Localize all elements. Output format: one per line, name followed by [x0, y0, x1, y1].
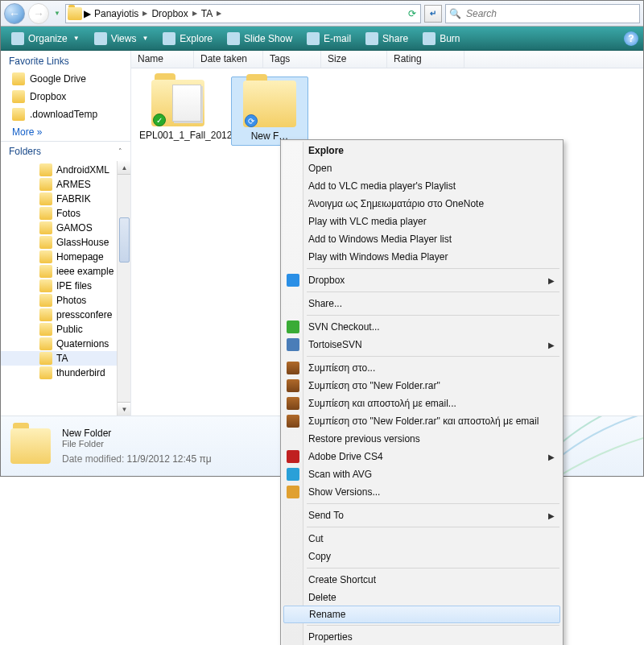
- email-button[interactable]: E-mail: [301, 30, 357, 48]
- shver-icon: [287, 486, 299, 498]
- context-menu-label: Copy: [308, 551, 331, 562]
- context-menu-item[interactable]: Properties: [283, 628, 561, 645]
- context-menu-label: Συμπίεση και αποστολή με email...: [308, 398, 456, 409]
- search-box[interactable]: 🔍: [445, 4, 640, 23]
- favorites-more[interactable]: More »: [1, 123, 130, 141]
- tree-item[interactable]: FABRIK: [1, 192, 130, 206]
- column-header: NameDate takenTagsSizeRating: [131, 51, 643, 68]
- context-menu-item[interactable]: Create Shortcut: [283, 571, 561, 589]
- context-menu-item[interactable]: Explore: [283, 142, 561, 159]
- tree-item[interactable]: pressconfere: [1, 308, 130, 322]
- nav-forward-button[interactable]: →: [28, 3, 49, 24]
- scroll-up-icon[interactable]: ▲: [118, 161, 130, 175]
- context-menu-item[interactable]: Adobe Drive CS4▶: [283, 448, 561, 465]
- context-menu: ExploreOpenAdd to VLC media player's Pla…: [280, 139, 564, 645]
- organize-button[interactable]: Organize▼: [6, 30, 85, 48]
- folder-icon: [39, 265, 52, 278]
- submenu-arrow-icon: ▶: [548, 453, 555, 461]
- column-header-cell[interactable]: Rating: [387, 51, 464, 68]
- context-menu-item[interactable]: Copy: [283, 548, 561, 565]
- context-menu-item[interactable]: Συμπίεση στο "New Folder.rar" και αποστο…: [283, 412, 561, 430]
- column-header-cell[interactable]: Tags: [263, 51, 321, 68]
- context-menu-item[interactable]: Συμπίεση στο...: [283, 359, 561, 377]
- folder-icon: [39, 236, 52, 249]
- scroll-down-icon[interactable]: ▼: [118, 402, 130, 416]
- context-menu-item[interactable]: Play with VLC media player: [283, 213, 561, 230]
- tree-item[interactable]: ieee example: [1, 264, 130, 279]
- folders-header[interactable]: Folders˄: [1, 141, 130, 161]
- tree-item[interactable]: AndroidXML: [1, 163, 130, 177]
- nav-back-button[interactable]: ←: [4, 3, 25, 24]
- column-header-cell[interactable]: Size: [321, 51, 387, 68]
- context-menu-label: Explore: [308, 145, 344, 156]
- refresh-icon[interactable]: ⟳: [406, 8, 419, 19]
- context-menu-label: Rename: [309, 609, 345, 620]
- tree-item[interactable]: thunderbird: [1, 366, 130, 380]
- rar-icon: [287, 379, 299, 392]
- search-input[interactable]: [464, 7, 636, 20]
- tree-item[interactable]: Public: [1, 322, 130, 337]
- context-menu-separator: [307, 315, 559, 316]
- tree-item[interactable]: Homepage: [1, 250, 130, 264]
- tree-item[interactable]: Photos: [1, 293, 130, 308]
- context-menu-item[interactable]: Add to Windows Media Player list: [283, 230, 561, 248]
- context-menu-item[interactable]: Άνοιγμα ως Σημειωματάριο στο OneNote: [283, 195, 561, 213]
- email-icon: [307, 32, 320, 45]
- breadcrumb[interactable]: ▶ Panayiotis▶Dropbox▶TA▶ ⟳: [65, 4, 421, 23]
- context-menu-item[interactable]: Dropbox▶: [283, 271, 561, 289]
- tree-scrollbar[interactable]: ▲ ▼: [117, 161, 130, 416]
- folder-icon: [39, 221, 52, 234]
- favorite-link[interactable]: .downloadTemp: [1, 105, 130, 123]
- tree-item[interactable]: GAMOS: [1, 221, 130, 235]
- tree-item[interactable]: IPE files: [1, 279, 130, 293]
- context-menu-item[interactable]: TortoiseSVN▶: [283, 336, 561, 354]
- burn-icon: [423, 32, 436, 45]
- tree-item[interactable]: ARMES: [1, 177, 130, 192]
- burn-button[interactable]: Burn: [417, 30, 465, 48]
- context-menu-item[interactable]: Play with Windows Media Player: [283, 248, 561, 266]
- help-icon[interactable]: ?: [624, 31, 638, 46]
- context-menu-item[interactable]: Cut: [283, 530, 561, 548]
- views-button[interactable]: Views▼: [89, 30, 155, 48]
- context-menu-item[interactable]: Συμπίεση στο "New Folder.rar": [283, 377, 561, 395]
- explore-button[interactable]: Explore: [157, 30, 218, 48]
- breadcrumb-segment[interactable]: Dropbox▶: [150, 8, 199, 19]
- slideshow-button[interactable]: Slide Show: [221, 30, 298, 48]
- nav-history-chevron[interactable]: ▼: [52, 10, 62, 17]
- context-menu-item[interactable]: Scan with AVG: [283, 465, 561, 483]
- context-menu-label: Share...: [308, 298, 342, 309]
- breadcrumb-segment[interactable]: TA▶: [200, 8, 224, 19]
- context-menu-label: Play with VLC media player: [308, 216, 427, 227]
- go-button[interactable]: ↵: [424, 5, 442, 23]
- column-header-cell[interactable]: Date taken: [194, 51, 263, 68]
- context-menu-item[interactable]: Send To▶: [283, 506, 561, 524]
- share-button[interactable]: Share: [360, 30, 414, 48]
- tree-item[interactable]: Fotos: [1, 206, 130, 221]
- context-menu-label: Open: [308, 163, 332, 174]
- favorite-link[interactable]: Dropbox: [1, 88, 130, 105]
- tree-item[interactable]: GlassHouse: [1, 235, 130, 250]
- context-menu-label: Properties: [308, 631, 353, 643]
- context-menu-item[interactable]: Συμπίεση και αποστολή με email...: [283, 395, 561, 412]
- tree-label: Homepage: [56, 251, 104, 263]
- context-menu-label: TortoiseSVN: [308, 339, 362, 350]
- folder-icon: [39, 163, 52, 176]
- context-menu-item[interactable]: Rename: [283, 606, 560, 623]
- context-menu-item[interactable]: Restore previous versions: [283, 430, 561, 448]
- tree-item[interactable]: Quaternions: [1, 337, 130, 351]
- submenu-arrow-icon: ▶: [548, 276, 555, 285]
- file-item[interactable]: ⟳New F…: [231, 76, 308, 146]
- context-menu-item[interactable]: Share...: [283, 295, 561, 312]
- context-menu-item[interactable]: Add to VLC media player's Playlist: [283, 177, 561, 195]
- tree-item[interactable]: TA: [1, 351, 130, 366]
- scroll-thumb[interactable]: [119, 217, 130, 263]
- context-menu-item[interactable]: Open: [283, 159, 561, 177]
- column-header-cell[interactable]: Name: [131, 51, 194, 68]
- context-menu-item[interactable]: Delete: [283, 589, 561, 606]
- context-menu-item[interactable]: Show Versions...: [283, 483, 561, 501]
- context-menu-item[interactable]: SVN Checkout...: [283, 318, 561, 336]
- file-item[interactable]: ✓EPL001_1_Fall_2012: [139, 76, 217, 144]
- favorite-links-header: Favorite Links: [1, 51, 130, 70]
- breadcrumb-segment[interactable]: Panayiotis▶: [93, 8, 150, 19]
- favorite-link[interactable]: Google Drive: [1, 70, 130, 88]
